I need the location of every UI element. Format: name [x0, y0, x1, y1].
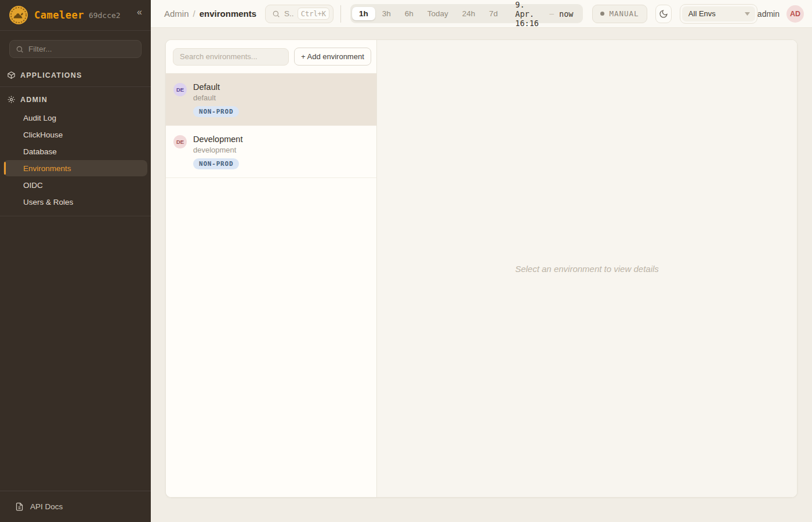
sidebar-item-environments[interactable]: Environments [3, 160, 147, 176]
environment-row-default[interactable]: DE Default default NON-PROD [166, 74, 376, 126]
sidebar-filter-input[interactable] [28, 45, 135, 53]
user-avatar[interactable]: AD [786, 5, 804, 23]
section-header-applications[interactable]: APPLICATIONS [0, 65, 151, 84]
env-filter-value: All Envs [688, 9, 716, 18]
keyboard-shortcut-badge: Ctrl+K [298, 8, 329, 20]
document-icon [15, 502, 24, 511]
global-search[interactable]: S... Ctrl+K [265, 5, 334, 23]
time-range-control: 1h 3h 6h Today 24h 7d 9. Apr. 16:16 — no… [350, 4, 583, 23]
sidebar-item-label: Database [23, 147, 57, 156]
refresh-mode-button[interactable]: MANUAL [592, 5, 647, 23]
time-from: 9. Apr. 16:16 [515, 0, 544, 28]
moon-icon [659, 9, 668, 19]
time-range-1h[interactable]: 1h [352, 7, 375, 20]
time-range-display[interactable]: 9. Apr. 16:16 — now [505, 0, 581, 28]
environment-name: Default [193, 82, 239, 92]
divider [0, 216, 151, 216]
theme-toggle-button[interactable] [655, 5, 672, 23]
sidebar-item-users-roles[interactable]: Users & Roles [3, 194, 147, 210]
api-docs-label: API Docs [30, 502, 63, 511]
chevron-down-icon [745, 12, 750, 16]
sidebar-item-label: ClickHouse [23, 130, 63, 139]
sidebar-filter[interactable] [9, 40, 142, 58]
sidebar-item-label: Users & Roles [23, 198, 73, 206]
environments-search-input[interactable] [173, 48, 289, 66]
sidebar-item-label: Environments [23, 164, 71, 173]
environments-card: + Add environment DE Default default NON… [165, 39, 798, 498]
time-to: now [559, 9, 573, 19]
sidebar: Cameleer 69dcce2 « APPLICATIONS ADMIN Au… [0, 0, 151, 522]
sidebar-filter-wrap [0, 31, 151, 65]
breadcrumb: Admin / environments [164, 9, 256, 19]
search-icon [272, 10, 280, 18]
brand-name: Cameleer [34, 9, 84, 21]
sidebar-item-oidc[interactable]: OIDC [3, 177, 147, 193]
topbar: Admin / environments S... Ctrl+K 1h 3h 6… [151, 0, 812, 28]
sidebar-item-clickhouse[interactable]: ClickHouse [3, 126, 147, 143]
username-label: admin [757, 9, 780, 19]
global-search-placeholder: S... [284, 9, 293, 18]
time-range-today[interactable]: Today [420, 7, 455, 20]
divider [0, 86, 151, 87]
breadcrumb-parent[interactable]: Admin [164, 9, 189, 19]
breadcrumb-current: environments [200, 9, 256, 19]
search-icon [16, 45, 24, 53]
environment-info: Default default NON-PROD [193, 82, 239, 117]
time-range-6h[interactable]: 6h [398, 7, 420, 20]
env-filter-wrap: All Envs [680, 4, 757, 24]
environment-avatar: DE [173, 135, 187, 148]
section-label: APPLICATIONS [20, 71, 82, 79]
list-header: + Add environment [166, 40, 376, 74]
status-dot-icon [600, 12, 604, 16]
gear-icon [7, 95, 16, 104]
sidebar-collapse-icon[interactable]: « [134, 6, 145, 19]
environment-badge: NON-PROD [193, 106, 239, 117]
section-header-admin[interactable]: ADMIN [0, 89, 151, 108]
time-range-7d[interactable]: 7d [482, 7, 505, 20]
brand-build: 69dcce2 [89, 11, 121, 20]
sidebar-item-label: OIDC [23, 181, 43, 190]
environment-slug: default [193, 93, 239, 102]
empty-state-message: Select an environment to view details [515, 264, 659, 274]
admin-nav: Audit Log ClickHouse Database Environmen… [0, 108, 151, 213]
environment-avatar: DE [173, 83, 187, 96]
refresh-mode-label: MANUAL [609, 9, 639, 18]
environment-info: Development development NON-PROD [193, 135, 242, 169]
divider [340, 5, 341, 23]
add-environment-button[interactable]: + Add environment [294, 48, 371, 66]
env-filter-select[interactable]: All Envs [682, 6, 755, 21]
sidebar-item-database[interactable]: Database [3, 143, 147, 160]
environment-detail-panel: Select an environment to view details [377, 40, 797, 497]
time-separator: — [549, 9, 554, 18]
environment-slug: development [193, 146, 242, 154]
sidebar-header: Cameleer 69dcce2 « [0, 0, 151, 31]
environment-row-development[interactable]: DE Development development NON-PROD [166, 126, 376, 178]
topbar-right: admin AD [757, 5, 805, 23]
breadcrumb-separator: / [193, 9, 195, 19]
sidebar-item-audit-log[interactable]: Audit Log [3, 110, 147, 126]
brand-logo-icon [9, 6, 28, 24]
package-icon [7, 71, 16, 79]
sidebar-item-label: Audit Log [23, 114, 56, 122]
time-range-24h[interactable]: 24h [455, 7, 483, 20]
environment-badge: NON-PROD [193, 158, 239, 169]
sidebar-spacer [0, 219, 151, 491]
section-label: ADMIN [20, 96, 48, 104]
time-range-3h[interactable]: 3h [375, 7, 398, 20]
api-docs-link[interactable]: API Docs [0, 491, 151, 522]
environments-list-panel: + Add environment DE Default default NON… [166, 40, 377, 497]
environment-name: Development [193, 135, 242, 144]
